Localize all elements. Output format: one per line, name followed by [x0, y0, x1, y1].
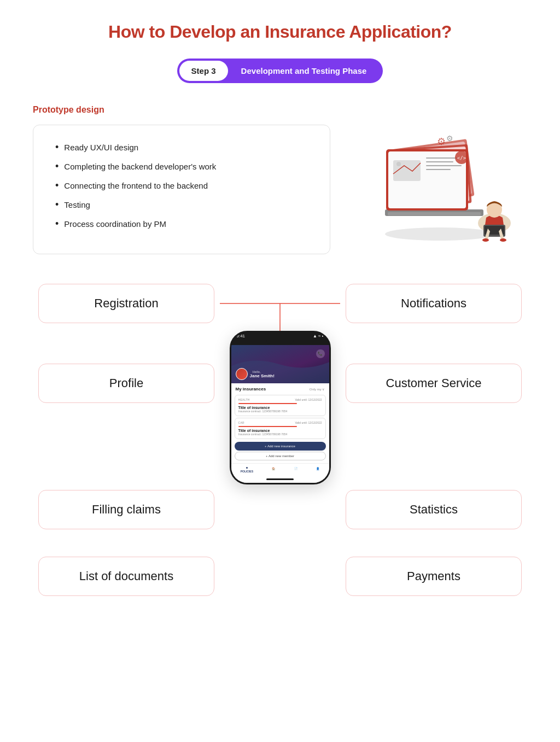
registration-cell: Registration: [33, 276, 220, 331]
phone-time: 9:41: [237, 334, 246, 338]
list-item: Ready UX/UI design: [55, 142, 313, 153]
customer-service-card: Customer Service: [346, 364, 522, 403]
svg-rect-17: [426, 157, 459, 159]
phone-add-member-btn[interactable]: + Add new member: [235, 452, 326, 460]
list-item: Completing the backend developer's work: [55, 161, 313, 172]
feature-row-1: Registration Notifications: [33, 276, 527, 331]
insurance-2-tag: CAR: [238, 421, 244, 424]
insurance-1-header-row: HEALTH Valid until: 12/12/2022: [238, 398, 322, 401]
phone-center: 9:41 ▲ ≈ ▪ 📞: [220, 331, 340, 484]
list-item: Testing: [55, 199, 313, 211]
svg-point-0: [385, 227, 494, 241]
statistics-card: Statistics: [346, 490, 522, 529]
statistics-cell: Statistics: [340, 484, 527, 535]
phone-mockup: 9:41 ▲ ≈ ▪ 📞: [230, 331, 331, 484]
insurance-2-bar: [238, 426, 297, 427]
svg-text:</>: </>: [457, 155, 466, 161]
svg-text:⚙: ⚙: [437, 136, 446, 147]
phone-home-indicator: [231, 475, 329, 483]
center-spacer-1: [220, 276, 340, 331]
phone-insurance-card-2: CAR Valid until: 12/12/2022 Title of ins…: [235, 418, 326, 439]
phone-hero: 📞 Hello, Jane Smith!: [231, 345, 329, 383]
prototype-list-box: Ready UX/UI design Completing the backen…: [33, 125, 330, 254]
insurance-1-contract: Insurance contract: 123456789198 7654: [238, 410, 322, 413]
phone-username: Jane Smith!: [250, 373, 275, 378]
insurance-2-valid: Valid until: 12/12/2022: [295, 421, 322, 424]
phone-insurances-title: My insurances: [236, 387, 266, 392]
page-wrapper: How to Develop an Insurance Application?…: [0, 0, 560, 634]
svg-rect-20: [426, 169, 451, 170]
phone-user-info: Hello, Jane Smith!: [236, 368, 275, 380]
customer-service-cell: Customer Service: [340, 331, 527, 408]
filling-claims-card: Filling claims: [38, 490, 214, 529]
insurance-1-bar: [238, 403, 297, 404]
phone-add-insurance-btn[interactable]: + Add new insurance: [235, 442, 326, 451]
phone-insurance-card-1: HEALTH Valid until: 12/12/2022 Title of …: [235, 395, 326, 416]
list-item: Connecting the frontend to the backend: [55, 180, 313, 191]
phone-nav-home[interactable]: 🏠: [272, 467, 275, 473]
list-docs-cell: List of documents: [33, 551, 220, 601]
phone-status-bar: 9:41 ▲ ≈ ▪: [231, 332, 329, 340]
svg-rect-2: [388, 212, 481, 215]
step-banner: Step 3 Development and Testing Phase: [33, 59, 527, 83]
svg-rect-18: [426, 161, 453, 162]
phone-call-icon: 📞: [316, 349, 325, 358]
center-spacer-4: [220, 551, 340, 601]
step-badge: Step 3: [179, 61, 228, 81]
insurance-1-tag: HEALTH: [238, 398, 250, 401]
center-spacer-3: [220, 484, 340, 534]
insurance-2-contract: Insurance contract: 123456789198 7654: [238, 433, 322, 436]
filling-claims-cell: Filling claims: [33, 484, 220, 535]
nav-profile-icon: 👤: [316, 467, 319, 470]
phone-avatar: [236, 368, 248, 380]
nav-dot: [246, 467, 248, 469]
nav-policies-label: POLICIES: [241, 470, 253, 473]
page-title: How to Develop an Insurance Application?: [33, 22, 527, 42]
profile-card: Profile: [38, 364, 214, 403]
insurance-2-title: Title of insurance: [238, 429, 322, 433]
prototype-content: Ready UX/UI design Completing the backen…: [33, 125, 527, 254]
phone-icons: ▲ ≈ ▪: [313, 334, 324, 338]
list-item: Process coordination by PM: [55, 218, 313, 230]
list-documents-card: List of documents: [38, 557, 214, 596]
prototype-illustration: </> ⚙ ⚙: [352, 125, 527, 245]
svg-point-29: [482, 238, 489, 242]
prototype-title: Prototype design: [33, 105, 527, 115]
phone-only-my: Only my ∨: [310, 387, 325, 391]
payments-card: Payments: [346, 557, 522, 596]
registration-card: Registration: [38, 284, 214, 323]
insurance-1-valid: Valid until: 12/12/2022: [295, 398, 322, 401]
svg-text:⚙: ⚙: [446, 134, 453, 143]
insurance-1-title: Title of insurance: [238, 406, 322, 410]
step-container: Step 3 Development and Testing Phase: [177, 59, 383, 83]
phone-nav-bar: POLICIES 🏠 📄 👤: [231, 463, 329, 475]
notifications-cell: Notifications: [340, 276, 527, 331]
svg-point-16: [396, 162, 401, 166]
feature-row-3: Filling claims Statistics: [33, 484, 527, 535]
phone-screen: My insurances Only my ∨ HEALTH Valid unt…: [231, 383, 329, 483]
feature-row-4: List of documents Payments: [33, 551, 527, 601]
phone-nav-profile[interactable]: 👤: [316, 467, 319, 473]
prototype-list: Ready UX/UI design Completing the backen…: [55, 142, 313, 230]
notifications-card: Notifications: [346, 284, 522, 323]
phone-insurances-header: My insurances Only my ∨: [231, 383, 329, 393]
step-label: Development and Testing Phase: [230, 61, 383, 81]
svg-point-30: [500, 238, 506, 242]
phone-nav-policies[interactable]: POLICIES: [241, 467, 253, 473]
phone-home-bar: [266, 478, 294, 480]
profile-cell: Profile: [33, 331, 220, 408]
phone-nav-docs[interactable]: 📄: [294, 467, 298, 473]
feature-map: Registration Notifications Profile: [33, 276, 527, 601]
insurance-2-header-row: CAR Valid until: 12/12/2022: [238, 421, 322, 424]
payments-cell: Payments: [340, 551, 527, 601]
nav-docs-icon: 📄: [294, 467, 298, 470]
feature-row-2: Profile 9:41 ▲ ≈ ▪: [33, 331, 527, 484]
nav-home-icon: 🏠: [272, 467, 275, 470]
svg-rect-19: [426, 165, 462, 166]
prototype-section: Prototype design Ready UX/UI design Comp…: [33, 105, 527, 254]
